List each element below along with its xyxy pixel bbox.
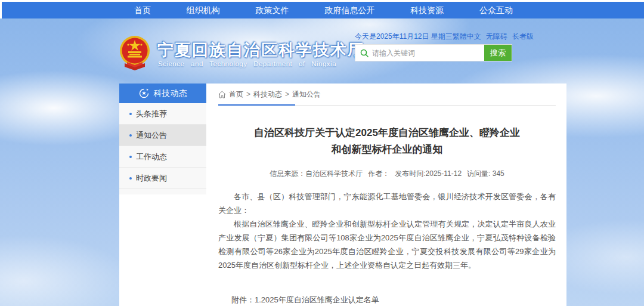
tech-news-icon (139, 88, 149, 98)
top-navigation-bar: 首页 组织机构 政策文件 政府信息公开 科技资源 公众互动 (2, 2, 644, 18)
nav-item-organization[interactable]: 组织机构 (181, 2, 226, 18)
article-paragraph: 根据自治区雏鹰企业、瞪羚企业和创新型标杆企业认定管理有关规定，决定认定半亩良人农… (218, 217, 556, 272)
nav-item-policy-documents[interactable]: 政策文件 (250, 2, 295, 18)
article-title-line1: 自治区科技厅关于认定2025年度自治区雏鹰企业、瞪羚企业 (254, 127, 520, 138)
bullet-dot-icon (129, 113, 132, 115)
site-title: 宁夏回族自治区科学技术厅 (157, 39, 365, 61)
breadcrumb-home[interactable]: 首页 (229, 89, 243, 100)
link-traditional-chinese[interactable]: 繁體中文 (453, 32, 481, 42)
breadcrumb: 首页 > 科技动态 > 通知公告 (218, 88, 556, 100)
search-button[interactable]: 搜索 (484, 45, 512, 61)
meta-publish-time: 发布时间:2025-11-12 (395, 169, 462, 179)
breadcrumb-separator: > (246, 90, 250, 98)
bullet-dot-icon (129, 177, 132, 180)
breadcrumb-divider-accent (218, 104, 295, 106)
link-senior-version[interactable]: 长者版 (512, 32, 534, 42)
bullet-dot-icon (129, 156, 132, 158)
breadcrumb-divider (218, 104, 556, 106)
attachment-link-1[interactable]: 1.2025年度自治区雏鹰企业认定名单 (255, 293, 402, 306)
article-title: 自治区科技厅关于认定2025年度自治区雏鹰企业、瞪羚企业 和创新型标杆企业的通知 (218, 125, 556, 158)
nav-item-public-interaction[interactable]: 公众互动 (473, 2, 519, 18)
nav-item-home[interactable]: 首页 (128, 2, 157, 18)
national-emblem-logo (119, 35, 151, 74)
breadcrumb-separator: > (285, 90, 289, 98)
bullet-dot-icon (129, 134, 132, 137)
meta-author: 作者： (368, 169, 389, 179)
link-accessibility[interactable]: 无障碍 (486, 32, 507, 42)
sidebar-item-label: 头条推荐 (136, 109, 167, 119)
sidebar-item-political-news[interactable]: 时政要闻 (119, 168, 206, 189)
sidebar-item-headline-recommend[interactable]: 头条推荐 (119, 103, 206, 125)
sidebar-item-work-dynamics[interactable]: 工作动态 (119, 146, 206, 168)
article-body: 各市、县（区）科技管理部门，宁东能源化工基地管委会，银川经济技术开发区管委会，各… (218, 190, 556, 272)
home-icon (218, 91, 226, 98)
meta-source: 信息来源：自治区科学技术厅 (270, 169, 363, 179)
search-icon (360, 49, 369, 57)
search-bar: 搜索 (355, 44, 512, 61)
sidebar: 科技动态 头条推荐 通知公告 工作动态 时政要闻 (119, 84, 206, 194)
article-paragraph: 各市、县（区）科技管理部门，宁东能源化工基地管委会，银川经济技术开发区管委会，各… (218, 190, 556, 217)
meta-visit-count: 访问量: 345 (467, 169, 504, 179)
sidebar-item-label: 工作动态 (136, 152, 167, 162)
sidebar-header-label: 科技动态 (154, 88, 187, 99)
sidebar-menu: 头条推荐 通知公告 工作动态 时政要闻 (119, 103, 206, 194)
sidebar-item-label: 通知公告 (136, 130, 167, 141)
current-date-text: 今天是2025年11月12日 星期三 (355, 32, 453, 42)
content-panel: 科技动态 头条推荐 通知公告 工作动态 时政要闻 (119, 84, 566, 306)
breadcrumb-notices[interactable]: 通知公告 (292, 89, 321, 100)
sidebar-item-notices[interactable]: 通知公告 (119, 125, 206, 146)
site-subtitle: Science and Technology Department of Nin… (158, 60, 336, 67)
breadcrumb-tech-news[interactable]: 科技动态 (253, 89, 282, 100)
article-title-line2: 和创新型标杆企业的通知 (332, 144, 443, 155)
sidebar-item-label: 时政要闻 (136, 173, 167, 184)
search-input[interactable] (372, 49, 484, 57)
article-area: 首页 > 科技动态 > 通知公告 自治区科技厅关于认定2025年度自治区雏鹰企业… (218, 88, 556, 306)
attachments-block: 附件： 1.2025年度自治区雏鹰企业认定名单 2.2025年度自治区瞪羚企业认… (231, 293, 556, 306)
article-meta: 信息来源：自治区科学技术厅 作者： 发布时间:2025-11-12 访问量: 3… (218, 169, 556, 179)
sidebar-header: 科技动态 (119, 84, 206, 103)
attachments-label: 附件： (231, 293, 255, 306)
nav-item-tech-resources[interactable]: 科技资源 (404, 2, 450, 18)
nav-item-gov-info-disclosure[interactable]: 政府信息公开 (318, 2, 380, 18)
